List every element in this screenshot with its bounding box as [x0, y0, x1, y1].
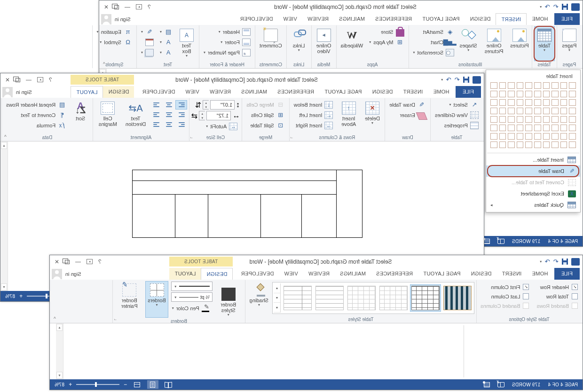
table-size-cell[interactable] [525, 133, 532, 140]
table-size-cell[interactable] [517, 108, 524, 114]
ribbon-display-icon[interactable] [87, 259, 93, 264]
table-size-cell[interactable] [508, 82, 515, 89]
tab-table-tools-layout[interactable]: LAYOUT [170, 268, 201, 280]
table-size-cell[interactable] [490, 108, 497, 114]
table-size-cell[interactable] [569, 99, 576, 106]
delete-button[interactable]: Delete▾ [362, 99, 383, 134]
borders-button[interactable]: Borders▾ [145, 281, 168, 318]
tab-file[interactable]: FILE [456, 86, 481, 98]
tab-design[interactable]: DESIGN [465, 13, 496, 25]
table-size-cell[interactable] [551, 108, 559, 114]
zoom-level[interactable]: 87% [55, 382, 64, 387]
table-size-cell[interactable] [499, 141, 506, 148]
collapse-ribbon-icon[interactable]: ^ [4, 134, 7, 140]
draw-table-button[interactable]: ✎Draw Table [387, 100, 428, 110]
align-center-center-button[interactable] [163, 110, 175, 119]
undo-icon[interactable]: ↶ [553, 3, 559, 10]
redo-icon[interactable]: ↷ [446, 76, 451, 83]
footer-button[interactable]: Footer▾ [201, 37, 253, 47]
tab-file[interactable]: FILE [554, 268, 580, 280]
vertical-scrollbar[interactable]: ▲▼ [0, 141, 8, 291]
table-size-cell[interactable] [490, 125, 497, 131]
table-size-cell[interactable] [499, 91, 506, 97]
macro-icon[interactable] [484, 382, 490, 387]
tab-home[interactable]: HOME [527, 268, 553, 280]
minimize-icon[interactable]: — [125, 4, 130, 10]
align-bottom-right-button[interactable] [151, 120, 163, 129]
banded-columns-checkbox[interactable]: Banded Columns [481, 302, 529, 310]
symbol-button[interactable]: ΩSymbol▾ [95, 37, 134, 47]
restore-icon[interactable] [16, 78, 20, 82]
table-size-cell[interactable] [569, 133, 576, 140]
table-size-cell[interactable] [499, 116, 506, 123]
table-size-cell[interactable] [543, 91, 550, 97]
tab-mailings[interactable]: MAILINGS [236, 86, 272, 98]
word-logo-icon[interactable] [473, 76, 481, 84]
table-size-cell[interactable] [508, 108, 515, 114]
align-center-left-button[interactable] [175, 110, 187, 119]
insert-above-button[interactable]: Insert Above [337, 99, 361, 134]
save-icon[interactable] [463, 77, 469, 83]
tab-page-layout[interactable]: PAGE LAYOUT [418, 268, 465, 280]
tab-references[interactable]: REFERENCES [371, 268, 418, 280]
split-cells-button[interactable]: ⊞Split Cells [244, 110, 287, 120]
table-size-cell[interactable] [534, 82, 541, 89]
formula-button[interactable]: Formula [4, 120, 69, 130]
border-painter-button[interactable]: Border Painter [115, 281, 144, 318]
align-bottom-center-button[interactable] [163, 120, 175, 129]
help-icon[interactable]: ? [148, 4, 151, 10]
chart-button[interactable]: ▂▅▇Chart [411, 37, 457, 47]
qat-customize-icon[interactable]: ▾ [540, 260, 542, 264]
table-cell[interactable] [133, 194, 175, 237]
pictures-button[interactable]: Pictures [509, 26, 530, 61]
align-bottom-left-button[interactable] [175, 120, 187, 129]
border-styles-button[interactable]: Border Styles▾ [214, 281, 243, 318]
spin-up-icon[interactable]: ▲ [203, 101, 209, 105]
scroll-down-icon[interactable]: ▼ [1, 283, 7, 290]
pen-color-button[interactable]: Pen Color▾ [170, 303, 213, 313]
insert-right-button[interactable]: Insert Right [292, 120, 336, 130]
proofing-icon[interactable] [497, 382, 504, 387]
ribbon-display-icon[interactable] [37, 77, 43, 82]
gallery-more-icon[interactable]: ▼ [274, 303, 280, 313]
table-size-cell[interactable] [508, 141, 515, 148]
header-row-checkbox[interactable]: ✓Header Row [537, 283, 578, 291]
view-gridlines-button[interactable]: View Gridlines [433, 110, 481, 120]
links-button[interactable]: Links▾ [289, 26, 309, 61]
table-size-cell[interactable] [543, 116, 550, 123]
minimize-icon[interactable]: — [26, 77, 32, 83]
align-top-right-button[interactable] [151, 100, 163, 110]
table-size-cell[interactable] [560, 82, 567, 89]
word-logo-icon[interactable] [571, 3, 580, 11]
tab-insert[interactable]: INSERT [398, 86, 428, 98]
row-height-input[interactable]: 1.07" [210, 100, 235, 110]
menu-item-quick-tables[interactable]: Quick Tables▸ [486, 199, 580, 211]
drop-cap-icon-button[interactable]: A▾ [158, 47, 175, 57]
table-cell[interactable] [261, 194, 302, 237]
tab-design[interactable]: DESIGN [465, 268, 496, 280]
pages-button[interactable]: Pages▾ [559, 26, 580, 61]
text-direction-button[interactable]: A⇄Text Direction [122, 99, 149, 134]
zoom-slider[interactable] [76, 384, 119, 385]
gallery-down-icon[interactable]: ▼ [274, 293, 280, 303]
table-cell[interactable] [133, 170, 337, 180]
object-icon-button[interactable]: ▾ [139, 47, 156, 57]
table-size-cell[interactable] [499, 108, 506, 114]
table-size-cell[interactable] [534, 125, 541, 131]
last-column-checkbox[interactable]: Last Column [481, 292, 529, 300]
distribute-columns-icon[interactable]: ⇄ [191, 111, 197, 120]
tab-developer[interactable]: DEVELOPER [235, 13, 278, 25]
online-video-button[interactable]: Online Video [314, 26, 334, 61]
scroll-down-icon[interactable]: ▼ [56, 372, 63, 379]
macro-icon[interactable] [484, 239, 490, 244]
table-size-cell[interactable] [560, 133, 567, 140]
table-size-cell[interactable] [551, 91, 559, 97]
tab-mailings[interactable]: MAILINGS [335, 268, 371, 280]
smartart-button[interactable]: ◈SmartArt [411, 27, 457, 37]
tab-view[interactable]: VIEW [278, 13, 302, 25]
table-style-thumbnail-navy[interactable] [442, 284, 473, 312]
table-size-cell[interactable] [490, 133, 497, 140]
word-count[interactable]: 179 WORDS [512, 239, 541, 244]
word-logo-icon[interactable] [571, 258, 580, 266]
wikipedia-button[interactable]: Wikipedia [339, 26, 366, 61]
